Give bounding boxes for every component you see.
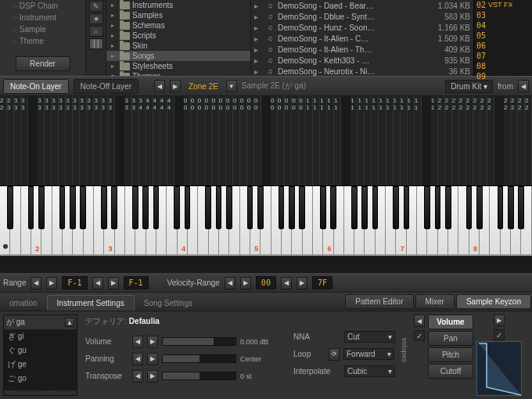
tab-automation[interactable]: omation	[0, 296, 47, 311]
vel-hi-prev[interactable]: ◀	[281, 277, 292, 289]
keyzone-cell[interactable]: 33	[87, 96, 94, 185]
black-key[interactable]	[80, 186, 85, 229]
keyzone-cell[interactable]: 00	[278, 96, 285, 185]
panning-next[interactable]: ▶	[147, 353, 158, 365]
keyzone-cell[interactable]: 11	[401, 96, 408, 185]
tool-star-icon[interactable]: ★	[89, 13, 103, 24]
file-row[interactable]: ▸♫DemoSong - Keith303 - …935 KB	[251, 55, 473, 66]
tab-song-settings[interactable]: Song Settings	[135, 296, 202, 311]
tab-mixer[interactable]: Mixer	[415, 294, 455, 309]
loop-select[interactable]: Forward▾	[343, 348, 394, 360]
panning-slider[interactable]	[162, 354, 236, 363]
tree-folder[interactable]: ▸Stylesheets	[106, 61, 250, 71]
loop-mode-icon[interactable]: ⟳	[329, 348, 340, 361]
file-row[interactable]: ▸♫DemoSong - It-Alien - Th…409 KB	[251, 44, 473, 55]
keyzone-cell[interactable]: 00	[219, 96, 226, 185]
keyzone-cell[interactable]: 00	[205, 96, 212, 185]
instrument-slot[interactable]: 02VST FX	[474, 0, 532, 10]
volume-prev[interactable]: ◀	[132, 336, 143, 348]
black-key[interactable]	[299, 186, 304, 229]
black-key[interactable]	[435, 186, 440, 229]
keyzone-cell[interactable]: 33	[94, 96, 101, 185]
keyzone-cell[interactable]: 33	[38, 96, 45, 185]
range-hi-prev[interactable]: ◀	[92, 277, 103, 289]
env-tab-cutoff[interactable]: Cutoff	[428, 364, 473, 379]
tree-folder[interactable]: ▸Scripts	[106, 31, 250, 41]
keyzone-cell[interactable]: 33	[73, 96, 80, 185]
keyzone-cell[interactable]: 34	[139, 96, 146, 185]
tree-folder[interactable]: ▸Schemas	[106, 20, 250, 31]
range-lo-prev[interactable]: ◀	[31, 277, 41, 289]
kit-select[interactable]: Drum Kit ▾	[445, 80, 493, 93]
keyzone-cell[interactable]: 11	[386, 96, 394, 185]
keyzone-cell[interactable]: 22	[466, 96, 473, 185]
black-key[interactable]	[101, 186, 106, 229]
keyzone-cell[interactable]: 33	[124, 96, 131, 185]
black-key[interactable]	[216, 186, 221, 229]
env-tab-pitch[interactable]: Pitch	[428, 347, 473, 362]
transpose-next[interactable]: ▶	[147, 370, 158, 383]
keyzone-cell[interactable]: 44	[167, 96, 174, 185]
keyzone-cell[interactable]: 11	[358, 96, 365, 185]
black-key[interactable]	[38, 186, 44, 229]
range-hi-next[interactable]: ▶	[108, 277, 119, 289]
tab-instrument-settings[interactable]: Instrument Settings	[47, 295, 135, 311]
keyzone-cell[interactable]: 11	[350, 96, 358, 185]
tool-pencil-icon[interactable]: ✎	[89, 1, 103, 12]
keyzone-cell[interactable]: 22	[445, 96, 452, 185]
zone-dropdown[interactable]: ▼	[226, 80, 237, 92]
vel-lo-prev[interactable]: ◀	[225, 277, 235, 289]
range-lo-value[interactable]: F-1	[62, 276, 87, 289]
category-item[interactable]: Instrument	[5, 12, 81, 23]
keyzone-cell[interactable]: 44	[160, 96, 167, 185]
env-enable-check[interactable]: ✓	[414, 330, 425, 341]
black-key[interactable]	[205, 186, 210, 229]
keyzone-cell[interactable]: 00	[254, 96, 261, 185]
black-key[interactable]	[466, 186, 472, 229]
tool-home-icon[interactable]: ⌂	[89, 26, 103, 37]
black-key[interactable]	[445, 186, 451, 229]
keyzone-cell[interactable]: 33	[45, 96, 52, 185]
vel-hi-next[interactable]: ▶	[297, 277, 307, 289]
tree-folder[interactable]: ▾Themes	[106, 71, 250, 76]
keyzone-cell[interactable]: 11	[372, 96, 379, 185]
keyzone-cell[interactable]: 00	[191, 96, 198, 185]
instrument-slot[interactable]: 03	[474, 10, 532, 20]
panning-prev[interactable]: ◀	[132, 353, 143, 365]
category-item[interactable]: Theme	[5, 35, 81, 47]
black-key[interactable]	[361, 186, 367, 229]
keyzone-cell[interactable]: 22	[0, 96, 7, 185]
keyzone-cell[interactable]: 00	[285, 96, 292, 185]
sample-list-item[interactable]: ご go	[4, 372, 77, 386]
keyzone-cell[interactable]: 11	[334, 96, 341, 185]
keyzone-cell[interactable]: 23	[7, 96, 14, 185]
black-key[interactable]	[7, 186, 13, 229]
tree-folder[interactable]: ▸Skin	[106, 41, 250, 51]
instrument-slot[interactable]: 08	[474, 61, 532, 71]
vel-hi-value[interactable]: 7F	[312, 276, 332, 289]
env-next[interactable]: ▶	[494, 315, 505, 326]
sample-mapping[interactable]: 2223333333333333333333333333333333344444…	[0, 96, 532, 186]
keyzone-cell[interactable]: 00	[240, 96, 247, 185]
keyzone-cell[interactable]: 33	[66, 96, 73, 185]
transpose-prev[interactable]: ◀	[132, 370, 143, 383]
keyzone-cell[interactable]: 00	[299, 96, 306, 185]
black-key[interactable]	[330, 186, 336, 229]
list-resize-handle[interactable]	[4, 390, 77, 395]
env-prev[interactable]: ◀	[414, 315, 425, 327]
keyzone-cell[interactable]: 22	[452, 96, 459, 185]
range-hi-value[interactable]: F-1	[124, 276, 149, 289]
keyzone-cell[interactable]: 33	[132, 96, 139, 185]
black-key[interactable]	[289, 186, 294, 229]
instrument-slot[interactable]: 05	[474, 31, 532, 41]
black-key[interactable]	[518, 186, 523, 229]
black-key[interactable]	[351, 186, 357, 229]
tool-library-icon[interactable]: ⎮⎮	[89, 38, 103, 49]
tab-pattern-editor[interactable]: Pattern Editor	[345, 294, 413, 309]
file-row[interactable]: ▸♫DemoSong - Daed - Bear…1.034 KB	[251, 0, 473, 11]
keyzone-cell[interactable]: 11	[394, 96, 401, 185]
range-lo-next[interactable]: ▶	[46, 277, 57, 289]
instrument-slot[interactable]: 06	[474, 41, 532, 51]
interpolate-select[interactable]: Cubic▾	[344, 365, 395, 377]
envelope-graph[interactable]	[476, 341, 522, 396]
